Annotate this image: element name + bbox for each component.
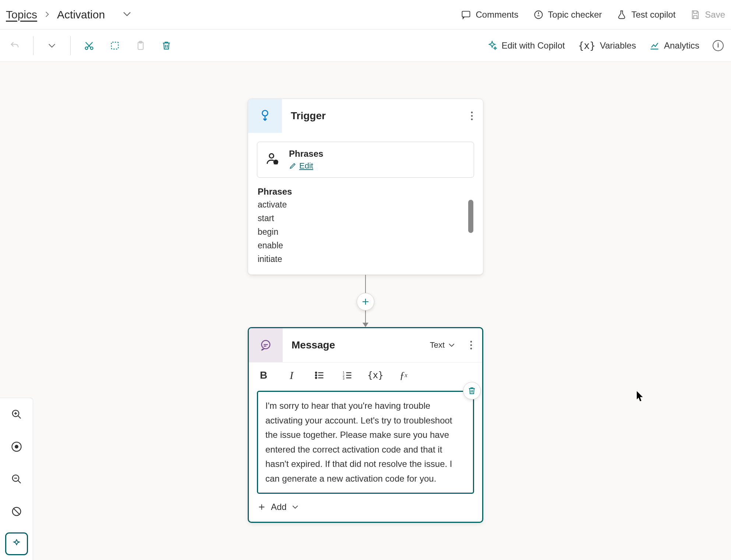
- svg-point-9: [471, 115, 473, 117]
- message-type-dropdown[interactable]: Text: [430, 340, 460, 350]
- svg-point-19: [315, 375, 317, 376]
- svg-text:…: …: [274, 160, 278, 164]
- zoom-in-button[interactable]: [8, 406, 25, 422]
- bold-button[interactable]: B: [257, 369, 270, 382]
- test-copilot-label: Test copilot: [631, 10, 675, 20]
- svg-rect-4: [112, 42, 119, 49]
- breadcrumb-root-link[interactable]: Topics: [6, 8, 37, 21]
- formula-button[interactable]: ƒx: [397, 369, 410, 382]
- undo-button: [7, 38, 22, 53]
- paste-button: [133, 38, 148, 53]
- phrases-edit-label: Edit: [299, 161, 313, 171]
- topic-checker-label: Topic checker: [548, 10, 602, 20]
- fit-to-screen-button[interactable]: [8, 439, 25, 455]
- phrases-scrollbar[interactable]: [467, 200, 474, 264]
- svg-point-26: [15, 445, 18, 449]
- phrases-people-icon: …: [265, 152, 280, 168]
- message-text-input[interactable]: I'm sorry to hear that you're having tro…: [257, 391, 474, 494]
- svg-point-17: [470, 348, 472, 350]
- svg-point-18: [315, 372, 317, 373]
- variables-button[interactable]: {x} Variables: [578, 40, 636, 51]
- svg-point-11: [269, 154, 274, 158]
- message-icon: [249, 328, 283, 362]
- svg-point-7: [262, 110, 268, 116]
- toolbar-divider: [33, 36, 33, 55]
- trigger-icon: [248, 99, 282, 133]
- message-format-toolbar: B I 123 {x} ƒx: [249, 362, 482, 388]
- insert-variable-button[interactable]: {x}: [369, 369, 382, 382]
- svg-text:3: 3: [343, 377, 345, 380]
- svg-point-8: [471, 111, 473, 113]
- svg-point-15: [470, 341, 472, 343]
- comments-label: Comments: [476, 10, 518, 20]
- italic-button[interactable]: I: [285, 369, 298, 382]
- chevron-right-icon: [44, 10, 50, 20]
- cut-button[interactable]: [82, 38, 96, 53]
- message-more-button[interactable]: [460, 340, 482, 350]
- save-label: Save: [705, 10, 725, 20]
- phrase-item: start: [258, 213, 473, 223]
- minimap-button[interactable]: [8, 536, 25, 552]
- canvas[interactable]: Trigger … Phrases Edit: [0, 62, 731, 560]
- svg-point-1: [534, 11, 542, 18]
- zoom-controls: [0, 398, 33, 560]
- copy-button[interactable]: [107, 38, 122, 53]
- connector-arrow: [363, 310, 368, 327]
- zoom-out-button[interactable]: [8, 471, 25, 487]
- svg-point-16: [470, 344, 472, 346]
- info-button[interactable]: i: [713, 40, 724, 51]
- flow: Trigger … Phrases Edit: [248, 99, 483, 523]
- svg-point-3: [91, 47, 93, 49]
- analytics-button[interactable]: Analytics: [649, 40, 699, 51]
- bullet-list-button[interactable]: [313, 369, 326, 382]
- variables-label: Variables: [600, 40, 636, 51]
- svg-rect-0: [462, 11, 470, 17]
- numbered-list-button[interactable]: 123: [341, 369, 354, 382]
- reset-view-button[interactable]: [8, 503, 25, 520]
- trigger-node[interactable]: Trigger … Phrases Edit: [248, 99, 483, 275]
- message-node[interactable]: Message Text B I 123 {x} ƒx: [248, 327, 483, 523]
- phrase-item: enable: [258, 241, 473, 251]
- phrase-item: activate: [258, 200, 473, 210]
- message-add-label: Add: [271, 502, 287, 512]
- topic-checker-button[interactable]: Topic checker: [533, 10, 602, 20]
- svg-point-10: [471, 118, 473, 120]
- trigger-more-button[interactable]: [461, 111, 483, 121]
- phrases-list: activate start begin enable initiate: [257, 200, 474, 264]
- message-type-label: Text: [430, 340, 445, 350]
- phrase-item: begin: [258, 227, 473, 237]
- phrases-card: … Phrases Edit: [257, 142, 474, 178]
- connector-line: [365, 275, 366, 293]
- svg-point-2: [85, 47, 88, 49]
- edit-with-copilot-button[interactable]: Edit with Copilot: [487, 40, 565, 51]
- toolbar-divider: [70, 36, 71, 55]
- svg-point-20: [315, 377, 317, 379]
- analytics-label: Analytics: [664, 40, 699, 51]
- undo-history-dropdown[interactable]: [45, 38, 59, 53]
- message-add-button[interactable]: Add: [249, 494, 482, 522]
- editor-toolbar: Edit with Copilot {x} Variables Analytic…: [0, 29, 731, 62]
- breadcrumb: Topics Activation: [6, 8, 131, 21]
- variables-icon: {x}: [578, 40, 596, 51]
- comments-button[interactable]: Comments: [461, 10, 518, 20]
- delete-button[interactable]: [159, 38, 174, 53]
- edit-with-copilot-label: Edit with Copilot: [502, 40, 565, 51]
- phrases-card-title: Phrases: [289, 149, 323, 159]
- add-node-button[interactable]: [357, 293, 374, 311]
- trigger-title: Trigger: [282, 110, 461, 122]
- delete-message-button[interactable]: [463, 382, 481, 400]
- phrase-item: initiate: [258, 254, 473, 264]
- mouse-cursor-icon: [637, 391, 644, 401]
- save-button: Save: [690, 10, 725, 20]
- phrases-list-header: Phrases: [257, 178, 474, 200]
- title-bar: Topics Activation Comments Topic checker…: [0, 0, 731, 29]
- message-title: Message: [283, 339, 430, 351]
- test-copilot-button[interactable]: Test copilot: [617, 10, 675, 20]
- breadcrumb-current: Activation: [57, 8, 105, 21]
- topic-dropdown-chevron[interactable]: [123, 8, 131, 21]
- title-actions: Comments Topic checker Test copilot Save: [461, 10, 725, 20]
- phrases-edit-link[interactable]: Edit: [289, 161, 323, 171]
